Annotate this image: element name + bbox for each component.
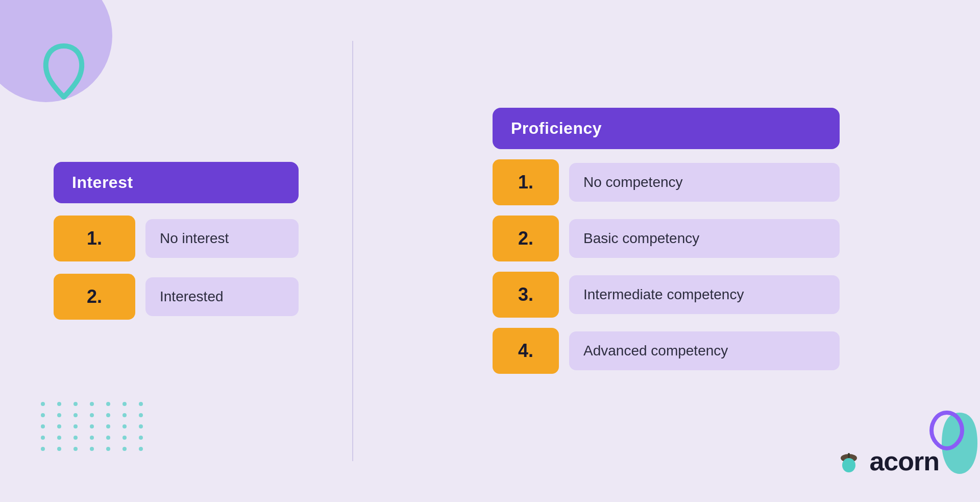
right-content: Proficiency 1. No competency 2. Basic co… — [493, 108, 840, 374]
main-container: Interest 1. No interest 2. Interested — [0, 0, 980, 502]
svg-point-1 — [842, 458, 855, 472]
proficiency-label-3: Intermediate competency — [569, 275, 840, 314]
proficiency-number-3: 3. — [518, 284, 533, 305]
proficiency-badge-3: 3. — [493, 272, 559, 318]
proficiency-number-4: 4. — [518, 340, 533, 362]
proficiency-row-2: 2. Basic competency — [493, 216, 840, 261]
acorn-logo: acorn — [836, 446, 939, 476]
interest-row-1: 1. No interest — [54, 216, 299, 261]
interest-header-text: Interest — [72, 173, 133, 192]
proficiency-badge-4: 4. — [493, 328, 559, 374]
proficiency-number-2: 2. — [518, 228, 533, 249]
svg-rect-2 — [848, 453, 850, 458]
interest-number-2: 2. — [87, 286, 102, 307]
proficiency-header: Proficiency — [493, 108, 840, 149]
proficiency-label-text-4: Advanced competency — [583, 343, 728, 359]
proficiency-header-text: Proficiency — [511, 119, 602, 138]
interest-badge-2: 2. — [54, 274, 135, 320]
acorn-icon — [836, 448, 862, 474]
proficiency-row-1: 1. No competency — [493, 159, 840, 205]
interest-label-text-2: Interested — [160, 289, 224, 305]
interest-label-1: No interest — [145, 219, 299, 258]
proficiency-badge-1: 1. — [493, 159, 559, 205]
proficiency-label-2: Basic competency — [569, 219, 840, 258]
interest-header: Interest — [54, 162, 299, 203]
proficiency-row-4: 4. Advanced competency — [493, 328, 840, 374]
proficiency-label-text-1: No competency — [583, 174, 683, 190]
interest-badge-1: 1. — [54, 216, 135, 261]
interest-label-text-1: No interest — [160, 230, 229, 247]
interest-label-2: Interested — [145, 277, 299, 316]
proficiency-label-text-2: Basic competency — [583, 230, 699, 247]
left-panel: Interest 1. No interest 2. Interested — [0, 0, 352, 502]
proficiency-number-1: 1. — [518, 172, 533, 193]
interest-number-1: 1. — [87, 228, 102, 249]
proficiency-label-1: No competency — [569, 163, 840, 202]
left-content: Interest 1. No interest 2. Interested — [54, 162, 299, 320]
proficiency-badge-2: 2. — [493, 216, 559, 261]
proficiency-row-3: 3. Intermediate competency — [493, 272, 840, 318]
right-panel: Proficiency 1. No competency 2. Basic co… — [352, 0, 980, 502]
interest-row-2: 2. Interested — [54, 274, 299, 320]
acorn-logo-text: acorn — [869, 446, 939, 476]
proficiency-label-text-3: Intermediate competency — [583, 286, 744, 303]
proficiency-label-4: Advanced competency — [569, 331, 840, 370]
